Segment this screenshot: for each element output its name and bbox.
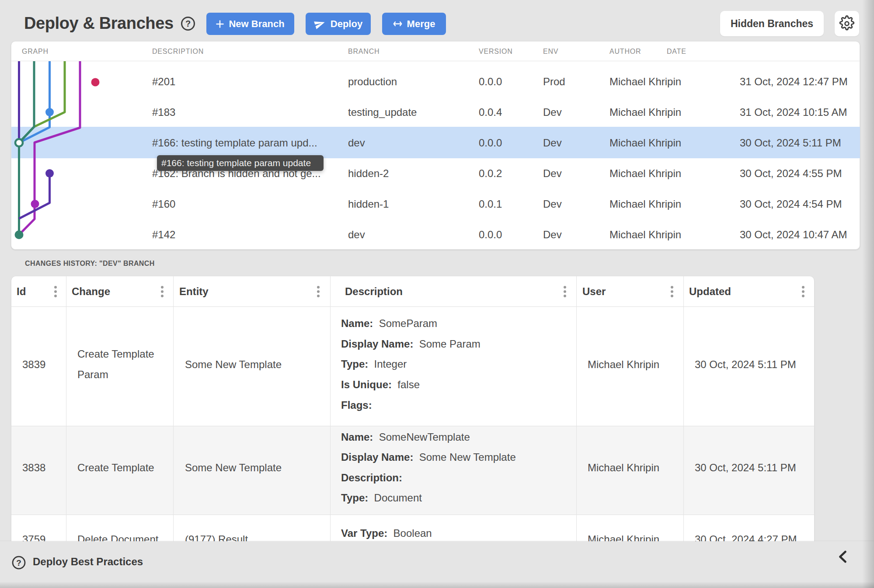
svg-text:?: ? (185, 19, 191, 28)
svg-text:?: ? (16, 558, 21, 567)
